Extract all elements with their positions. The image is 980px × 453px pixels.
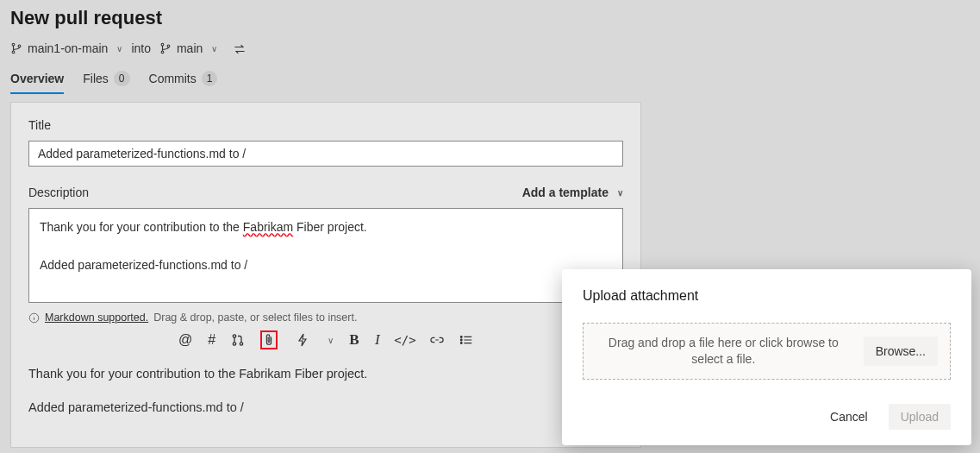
attach-file-button[interactable] bbox=[260, 330, 278, 349]
add-template-label: Add a template bbox=[522, 186, 609, 199]
page-title: New pull request bbox=[10, 7, 970, 29]
commits-count-badge: 1 bbox=[202, 71, 218, 86]
svg-point-2 bbox=[18, 45, 21, 47]
bulletlist-button[interactable] bbox=[459, 330, 473, 349]
svg-point-1 bbox=[12, 51, 15, 53]
description-textarea[interactable]: Thank you for your contribution to the F… bbox=[28, 208, 623, 303]
desc-text-misspell: Fabrikam bbox=[243, 220, 293, 234]
pullrequest-button[interactable] bbox=[231, 330, 245, 349]
swap-branches-button[interactable] bbox=[233, 41, 247, 55]
desc-text: Fiber project. bbox=[293, 220, 367, 234]
desc-text: Added parameterized-functions.md to / bbox=[40, 258, 247, 272]
description-preview: Thank you for your contribution to the F… bbox=[28, 365, 623, 416]
svg-point-12 bbox=[460, 339, 462, 341]
add-template-button[interactable]: Add a template ∨ bbox=[522, 186, 623, 199]
chevron-down-icon[interactable]: ∨ bbox=[328, 336, 334, 345]
markdown-hint: Markdown supported. Drag & drop, paste, … bbox=[28, 311, 623, 324]
lightning-icon bbox=[296, 333, 309, 347]
paperclip-icon bbox=[263, 333, 275, 347]
desc-text: Thank you for your contribution to the bbox=[40, 220, 243, 234]
pull-request-icon bbox=[231, 333, 245, 347]
dialog-actions: Cancel Upload bbox=[583, 404, 951, 430]
svg-point-4 bbox=[161, 51, 164, 53]
cancel-button[interactable]: Cancel bbox=[818, 404, 880, 430]
upload-button: Upload bbox=[889, 404, 951, 430]
description-label: Description bbox=[28, 186, 89, 199]
chevron-down-icon: ∨ bbox=[116, 44, 122, 53]
dialog-title: Upload attachment bbox=[583, 288, 951, 304]
hint-text: Drag & drop, paste, or select files to i… bbox=[153, 311, 357, 324]
editor-toolbar: @ # ∨ B I </> bbox=[178, 330, 473, 349]
into-label: into bbox=[131, 41, 151, 55]
svg-point-9 bbox=[233, 343, 235, 345]
svg-point-3 bbox=[161, 43, 164, 46]
link-icon bbox=[430, 334, 444, 346]
svg-point-0 bbox=[12, 43, 15, 46]
italic-button[interactable]: I bbox=[375, 330, 381, 349]
svg-point-8 bbox=[233, 335, 235, 337]
svg-point-5 bbox=[167, 45, 170, 47]
code-button[interactable]: </> bbox=[396, 330, 415, 349]
tab-label: Files bbox=[83, 72, 109, 85]
mention-button[interactable]: @ bbox=[178, 330, 192, 349]
branch-row: main1-on-main ∨ into main ∨ bbox=[10, 41, 970, 55]
svg-point-11 bbox=[460, 337, 462, 338]
dropzone[interactable]: Drag and drop a file here or click brows… bbox=[583, 323, 951, 380]
reference-button[interactable]: # bbox=[208, 330, 215, 349]
source-branch-selector[interactable]: main1-on-main ∨ bbox=[10, 41, 122, 55]
bold-button[interactable]: B bbox=[349, 330, 359, 349]
tab-overview[interactable]: Overview bbox=[10, 72, 64, 94]
dropzone-text: Drag and drop a file here or click brows… bbox=[596, 335, 852, 368]
browse-button[interactable]: Browse... bbox=[864, 337, 938, 366]
task-button[interactable] bbox=[293, 330, 312, 349]
svg-point-10 bbox=[240, 343, 242, 345]
preview-line: Added parameterized-functions.md to / bbox=[28, 399, 623, 416]
upload-attachment-dialog: Upload attachment Drag and drop a file h… bbox=[562, 269, 971, 445]
files-count-badge: 0 bbox=[114, 71, 130, 86]
markdown-supported-link[interactable]: Markdown supported. bbox=[45, 311, 148, 324]
list-icon bbox=[459, 334, 473, 346]
info-icon bbox=[28, 312, 40, 324]
tab-label: Commits bbox=[149, 72, 197, 85]
tab-label: Overview bbox=[10, 72, 64, 85]
title-label: Title bbox=[28, 118, 623, 132]
branch-icon bbox=[10, 42, 22, 54]
svg-point-13 bbox=[460, 343, 462, 344]
target-branch-selector[interactable]: main ∨ bbox=[159, 41, 217, 55]
tabs: Overview Files 0 Commits 1 bbox=[10, 71, 970, 95]
branch-icon bbox=[159, 42, 172, 54]
link-button[interactable] bbox=[430, 330, 444, 349]
tab-commits[interactable]: Commits 1 bbox=[149, 71, 218, 95]
preview-line: Thank you for your contribution to the F… bbox=[28, 365, 623, 382]
chevron-down-icon: ∨ bbox=[617, 188, 623, 198]
pr-form-panel: Title Description Add a template ∨ Thank… bbox=[10, 102, 641, 448]
tab-files[interactable]: Files 0 bbox=[83, 71, 129, 95]
title-input[interactable] bbox=[28, 141, 623, 167]
chevron-down-icon: ∨ bbox=[211, 44, 217, 53]
target-branch-name: main bbox=[177, 41, 203, 55]
swap-icon bbox=[233, 43, 247, 55]
source-branch-name: main1-on-main bbox=[28, 41, 108, 55]
